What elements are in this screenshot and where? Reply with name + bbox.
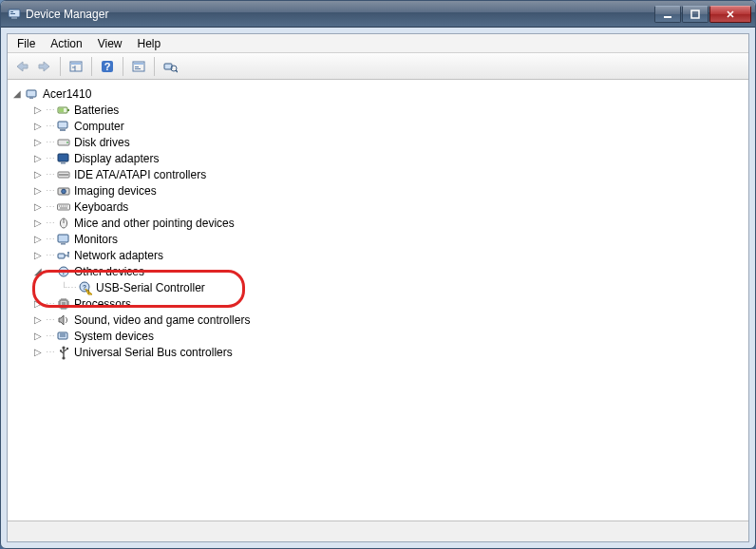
menu-action[interactable]: Action xyxy=(43,35,89,52)
battery-icon xyxy=(56,103,71,118)
warn-icon: ?! xyxy=(78,280,93,295)
tree-category-node[interactable]: ▷ ⋯ Keyboards xyxy=(9,199,747,215)
tree-category-node[interactable]: ▷ ⋯ Imaging devices xyxy=(9,182,747,199)
svg-rect-35 xyxy=(58,254,65,258)
tree-connector: ⋯ xyxy=(46,153,55,163)
network-icon xyxy=(56,248,71,263)
expander-icon[interactable]: ▷ xyxy=(32,314,44,326)
tree-connector: ⋯ xyxy=(46,104,55,115)
tree-connector: ⋯ xyxy=(46,169,55,180)
close-button[interactable] xyxy=(709,6,751,23)
menu-file[interactable]: File xyxy=(9,35,43,52)
expander-icon[interactable]: ▷ xyxy=(32,185,44,197)
svg-rect-13 xyxy=(135,68,141,69)
tree-connector: ⋯ xyxy=(46,185,55,196)
tree-connector: ⋯ xyxy=(46,218,55,228)
computer-icon xyxy=(56,119,71,134)
svg-point-48 xyxy=(62,356,65,359)
tree-category-label: Keyboards xyxy=(74,200,128,214)
svg-rect-33 xyxy=(58,235,68,242)
svg-rect-46 xyxy=(60,350,62,351)
monitor-icon xyxy=(56,232,71,247)
scan-hardware-button[interactable] xyxy=(160,56,180,77)
svg-point-45 xyxy=(62,346,65,349)
help-button[interactable]: ? xyxy=(97,56,118,77)
tree-category-label: Mice and other pointing devices xyxy=(74,217,235,230)
expander-icon[interactable]: ▷ xyxy=(32,250,44,261)
tree-category-label: System devices xyxy=(74,330,154,343)
expander-icon[interactable]: ▷ xyxy=(32,137,44,148)
svg-point-36 xyxy=(67,252,69,254)
tree-category-node[interactable]: ◢ ⋯ ? Other devices xyxy=(9,263,747,279)
expander-icon[interactable]: ◢ xyxy=(32,266,44,277)
svg-rect-21 xyxy=(58,122,67,128)
tree-category-label: Network adapters xyxy=(74,249,163,262)
window-title: Device Manager xyxy=(26,8,108,21)
titlebar[interactable]: Device Manager xyxy=(1,1,755,28)
sound-icon xyxy=(56,312,71,328)
svg-rect-34 xyxy=(61,243,66,245)
menu-view[interactable]: View xyxy=(90,35,130,52)
nav-back-button[interactable] xyxy=(11,56,32,77)
tree-category-node[interactable]: ▷ ⋯ Network adapters xyxy=(9,247,747,263)
svg-point-47 xyxy=(66,347,68,349)
tree-category-node[interactable]: ▷ ⋯ IDE ATA/ATAPI controllers xyxy=(9,166,747,182)
tree-category-node[interactable]: ▷ ⋯ System devices xyxy=(9,328,747,344)
tree-category-node[interactable]: ▷ ⋯ Computer xyxy=(9,118,747,134)
tree-category-node[interactable]: ▷ ⋯ Universal Serial Bus controllers xyxy=(9,344,747,360)
expander-icon[interactable]: ▷ xyxy=(32,234,44,245)
expander-icon[interactable]: ▷ xyxy=(32,331,44,342)
tree-category-node[interactable]: ▷ ⋯ Display adapters xyxy=(9,150,747,166)
show-hide-tree-button[interactable] xyxy=(66,56,86,77)
tree-category-node[interactable]: ▷ ⋯ Monitors xyxy=(9,231,747,247)
statusbar xyxy=(8,521,748,541)
tree-connector: ⋯ xyxy=(46,234,55,244)
svg-rect-3 xyxy=(11,17,17,19)
svg-rect-1 xyxy=(10,11,13,12)
tree-device-label: USB-Serial Controller xyxy=(96,281,205,294)
display-icon xyxy=(56,151,71,166)
tree-category-node[interactable]: ▷ ⋯ Processors xyxy=(9,295,747,312)
expander-icon[interactable]: ▷ xyxy=(32,298,44,310)
svg-rect-5 xyxy=(691,10,699,18)
tree-root-node[interactable]: ◢ Acer1410 xyxy=(9,85,747,102)
properties-button[interactable] xyxy=(128,56,149,77)
device-manager-window: Device Manager File Action View Help xyxy=(0,0,756,549)
tree-device-node[interactable]: └⋯ ?! USB-Serial Controller xyxy=(9,279,747,295)
imaging-icon xyxy=(56,183,71,199)
expander-icon[interactable]: ▷ xyxy=(32,121,44,132)
svg-rect-43 xyxy=(62,302,66,306)
expander-icon[interactable]: ▷ xyxy=(32,201,44,213)
tree-category-node[interactable]: ▷ ⋯ Batteries xyxy=(9,102,747,118)
tree-connector: ⋯ xyxy=(46,266,55,276)
expander-icon[interactable]: ▷ xyxy=(32,347,44,358)
computer-icon xyxy=(25,86,40,102)
expander-icon[interactable]: ▷ xyxy=(32,104,44,116)
svg-rect-22 xyxy=(60,129,66,131)
expander-icon[interactable]: ▷ xyxy=(32,218,44,229)
expander-icon[interactable]: ◢ xyxy=(11,88,23,100)
svg-rect-7 xyxy=(71,63,81,65)
nav-forward-button[interactable] xyxy=(34,56,55,77)
maximize-button[interactable] xyxy=(682,6,709,23)
tree-category-node[interactable]: ▷ ⋯ Mice and other pointing devices xyxy=(9,215,747,231)
menu-help[interactable]: Help xyxy=(130,35,169,52)
svg-rect-11 xyxy=(134,63,143,65)
svg-rect-28 xyxy=(59,174,68,176)
svg-text:?: ? xyxy=(104,61,111,72)
tree-panel: ◢ Acer1410 ▷ ⋯ Batteries ▷ ⋯ Computer ▷ … xyxy=(8,80,748,521)
expander-icon[interactable]: ▷ xyxy=(32,169,44,180)
svg-rect-19 xyxy=(67,109,69,111)
tree-connector: ⋯ xyxy=(46,137,55,147)
tree-category-node[interactable]: ▷ ⋯ Sound, video and game controllers xyxy=(9,312,747,328)
other-icon: ? xyxy=(56,264,71,279)
tree-category-node[interactable]: ▷ ⋯ Disk drives xyxy=(9,134,747,150)
minimize-button[interactable] xyxy=(654,6,681,23)
client-area: File Action View Help ? xyxy=(7,33,749,542)
tree-category-label: Batteries xyxy=(74,104,119,117)
usb-icon xyxy=(56,345,71,360)
expander-icon[interactable]: ▷ xyxy=(32,153,44,164)
svg-text:?: ? xyxy=(62,268,66,276)
menubar: File Action View Help xyxy=(8,34,748,53)
tree-connector: ⋯ xyxy=(46,331,55,341)
